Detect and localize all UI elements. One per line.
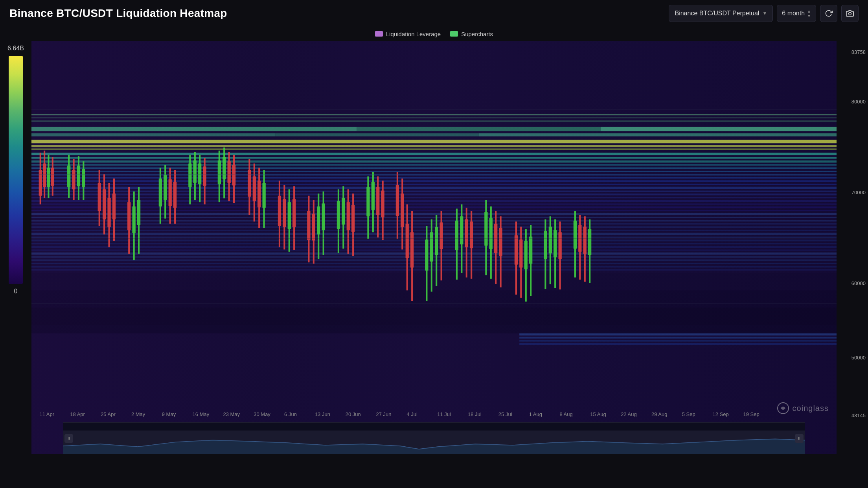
- svg-rect-71: [77, 166, 80, 186]
- price-label-83758: 83758: [851, 49, 866, 55]
- svg-rect-101: [198, 164, 201, 184]
- svg-rect-69: [72, 170, 75, 189]
- time-selector[interactable]: 6 month ▲ ▼: [777, 5, 816, 22]
- svg-rect-177: [484, 212, 487, 245]
- svg-rect-121: [278, 196, 281, 226]
- date-label-aug8: 8 Aug: [559, 411, 572, 417]
- price-label-80000: 80000: [851, 99, 866, 105]
- date-label-jul11: 11 Jul: [437, 411, 451, 417]
- header-controls: Binance BTC/USDT Perpetual ▼ 6 month ▲ ▼: [669, 5, 859, 22]
- date-label-apr18: 18 Apr: [70, 411, 85, 417]
- svg-rect-205: [583, 227, 587, 254]
- date-label-jul25: 25 Jul: [498, 411, 512, 417]
- heatmap-svg: [31, 41, 837, 454]
- svg-rect-195: [549, 227, 552, 254]
- svg-rect-63: [47, 168, 50, 187]
- legend-label-supercharts: Supercharts: [461, 31, 493, 37]
- svg-rect-75: [98, 183, 101, 211]
- svg-rect-185: [515, 235, 518, 264]
- svg-rect-159: [410, 232, 414, 268]
- date-label-jul4: 4 Jul: [406, 411, 417, 417]
- header: Binance BTC/USDT Liquidation Heatmap Bin…: [0, 0, 868, 27]
- color-scale: 6.64B 0: [0, 41, 31, 454]
- svg-rect-81: [112, 193, 116, 219]
- svg-rect-161: [425, 239, 428, 271]
- svg-rect-105: [218, 160, 221, 184]
- svg-rect-149: [376, 187, 379, 215]
- svg-rect-137: [337, 201, 340, 229]
- svg-rect-173: [465, 219, 468, 247]
- svg-rect-193: [544, 231, 547, 259]
- svg-rect-119: [263, 183, 266, 208]
- price-label-60000: 60000: [851, 280, 866, 286]
- chart-area[interactable]: 11 Apr 18 Apr 25 Apr 2 May 9 May 16 May …: [31, 41, 837, 454]
- svg-rect-87: [137, 200, 140, 225]
- svg-rect-169: [455, 221, 458, 250]
- svg-rect-171: [460, 216, 463, 244]
- date-label-sep19: 19 Sep: [743, 411, 759, 417]
- svg-rect-143: [351, 205, 355, 232]
- time-label: 6 month: [782, 10, 805, 17]
- date-label-aug29: 29 Aug: [651, 411, 668, 417]
- svg-rect-99: [193, 160, 197, 183]
- svg-rect-125: [288, 202, 291, 229]
- mini-chart-svg: [63, 423, 805, 454]
- scale-bar: [9, 56, 23, 284]
- svg-rect-133: [317, 206, 320, 234]
- time-arrows: ▲ ▼: [807, 9, 811, 18]
- legend-item-liquidation: Liquidation Leverage: [375, 31, 441, 37]
- svg-rect-97: [188, 164, 191, 187]
- price-label-43145: 43145: [851, 412, 866, 418]
- svg-rect-83: [127, 202, 131, 230]
- svg-rect-145: [366, 187, 370, 216]
- svg-rect-201: [574, 221, 577, 249]
- date-label-may16: 16 May: [193, 411, 210, 417]
- screenshot-button[interactable]: [841, 5, 859, 22]
- svg-rect-115: [253, 177, 256, 201]
- date-label-apr11: 11 Apr: [39, 411, 54, 417]
- svg-rect-141: [347, 202, 350, 230]
- mini-chart[interactable]: ⏸ ⏸: [63, 422, 805, 454]
- svg-point-0: [849, 13, 851, 15]
- svg-rect-163: [430, 232, 433, 261]
- svg-rect-139: [342, 198, 345, 225]
- date-label-sep5: 5 Sep: [682, 411, 695, 417]
- refresh-button[interactable]: [820, 5, 837, 22]
- svg-rect-175: [470, 221, 473, 248]
- svg-rect-107: [223, 157, 226, 179]
- svg-rect-117: [257, 180, 261, 207]
- svg-rect-73: [82, 169, 85, 187]
- date-label-aug15: 15 Aug: [590, 411, 606, 417]
- date-axis: 11 Apr 18 Apr 25 Apr 2 May 9 May 16 May …: [31, 408, 837, 420]
- svg-rect-165: [435, 227, 438, 255]
- date-label-aug22: 22 Aug: [621, 411, 637, 417]
- svg-rect-61: [43, 164, 46, 187]
- date-label-may2: 2 May: [131, 411, 145, 417]
- svg-rect-59: [39, 170, 42, 196]
- svg-rect-113: [248, 170, 251, 197]
- svg-rect-57: [31, 41, 837, 454]
- svg-rect-153: [396, 185, 399, 216]
- legend-color-supercharts: [450, 31, 458, 37]
- date-label-may23: 23 May: [223, 411, 240, 417]
- svg-rect-179: [489, 218, 493, 249]
- svg-rect-89: [159, 179, 162, 206]
- scale-bottom-label: 0: [14, 288, 18, 295]
- watermark-text: coinglass: [793, 404, 829, 413]
- svg-rect-77: [103, 189, 106, 219]
- mini-chart-pause-left[interactable]: ⏸: [64, 434, 73, 443]
- svg-rect-135: [322, 203, 325, 230]
- camera-icon: [846, 9, 854, 17]
- mini-chart-pause-right[interactable]: ⏸: [795, 434, 804, 443]
- date-label-jun20: 20 Jun: [346, 411, 361, 417]
- svg-rect-103: [203, 166, 206, 186]
- scale-top-label: 6.64B: [7, 45, 24, 52]
- date-label-apr25: 25 Apr: [101, 411, 116, 417]
- svg-rect-197: [554, 230, 557, 257]
- svg-rect-199: [559, 232, 562, 259]
- svg-rect-191: [529, 237, 532, 264]
- svg-rect-109: [228, 161, 231, 183]
- symbol-dropdown[interactable]: Binance BTC/USDT Perpetual ▼: [669, 5, 773, 22]
- svg-rect-65: [51, 168, 54, 186]
- svg-rect-203: [578, 225, 581, 252]
